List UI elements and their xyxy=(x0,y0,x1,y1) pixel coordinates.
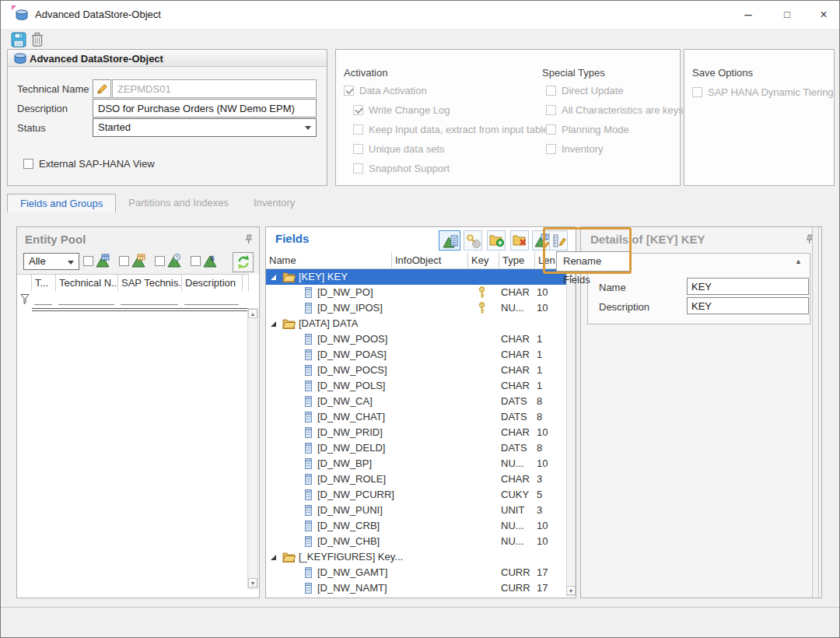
tab-fields-and-groups[interactable]: Fields and Groups xyxy=(7,194,116,212)
inventory-checkbox[interactable]: Inventory xyxy=(546,143,603,155)
key-figure-icon: $ xyxy=(203,254,219,269)
field-icon xyxy=(305,521,312,534)
field-row-d-nw-ca[interactable]: [D_NW_CA]DATS8 xyxy=(266,394,568,409)
scroll-down-icon[interactable]: ▼ xyxy=(248,578,257,587)
field-type: CHAR xyxy=(501,364,530,376)
fields-column-header: Key xyxy=(468,252,499,269)
field-row-d-nw-crb[interactable]: [D_NW_CRB]NU...10 xyxy=(266,518,568,534)
field-icon xyxy=(305,458,312,471)
rename-fields-button[interactable] xyxy=(549,230,568,251)
field-icon xyxy=(305,567,312,580)
group-row-key-key[interactable]: [KEY] KEY xyxy=(266,269,568,285)
assign-infoobjects-button[interactable] xyxy=(532,230,551,251)
advanced-datastore-object-window: Advanced DataStore-Object – □ × Advanced… xyxy=(0,0,840,638)
field-row-d-nw-gamt[interactable]: [D_NW_GAMT]CURR17 xyxy=(266,565,568,580)
title-bar: Advanced DataStore-Object – □ × xyxy=(1,1,839,29)
detail-description-input[interactable] xyxy=(687,297,809,314)
refresh-icon xyxy=(236,259,251,272)
entity-filter-cell[interactable] xyxy=(121,293,178,305)
entity-table-filter-row[interactable] xyxy=(17,291,249,308)
checkbox-label: Data Activation xyxy=(359,85,427,96)
field-row-d-nw-po[interactable]: [D_NW_PO]CHAR10 xyxy=(266,285,568,300)
field-row-d-nw-pocs[interactable]: [D_NW_POCS]CHAR1 xyxy=(266,363,568,378)
group-row-keyfigures-key[interactable]: [_KEYFIGURES] Key... xyxy=(266,549,568,565)
entity-pool-header: Entity Pool Alle $ xyxy=(17,227,259,274)
expander-icon[interactable] xyxy=(271,275,276,280)
field-row-d-nw-poos[interactable]: [D_NW_POOS]CHAR1 xyxy=(266,331,568,347)
field-row-d-nw-pcurr[interactable]: [D_NW_PCURR]CUKY5 xyxy=(266,487,568,503)
filter-characteristic-attribute-checkbox[interactable] xyxy=(119,256,129,266)
field-row-d-nw-prid[interactable]: [D_NW_PRID]CHAR10 xyxy=(266,425,568,440)
field-row-d-nw-deld[interactable]: [D_NW_DELD]DATS8 xyxy=(266,440,568,456)
scroll-down-icon[interactable]: ▼ xyxy=(566,586,576,595)
add-group-button[interactable] xyxy=(487,230,506,251)
field-row-d-nw-puni[interactable]: [D_NW_PUNI]UNIT3 xyxy=(266,503,568,518)
field-row-d-nw-namt[interactable]: [D_NW_NAMT]CURR17 xyxy=(266,580,568,596)
field-row-d-nw-ipos[interactable]: [D_NW_IPOS]NU...10 xyxy=(266,300,568,316)
entity-filter-cell[interactable] xyxy=(184,293,239,305)
status-dropdown[interactable]: Started xyxy=(93,118,317,137)
group-name: [KEY] KEY xyxy=(299,271,348,282)
entity-filter-dropdown[interactable]: Alle xyxy=(23,253,79,270)
field-row-d-nw-poas[interactable]: [D_NW_POAS]CHAR1 xyxy=(266,347,568,363)
filter-characteristic-checkbox[interactable] xyxy=(83,256,93,266)
entity-filter-cell[interactable] xyxy=(58,293,114,305)
switch-infoobject-view-button[interactable] xyxy=(439,230,460,251)
entity-column-header xyxy=(17,275,32,292)
direct-update-checkbox[interactable]: Direct Update xyxy=(546,85,623,96)
pin-icon[interactable] xyxy=(244,233,254,244)
planning-mode-checkbox[interactable]: Planning Mode xyxy=(546,124,629,135)
entity-column-header: Technical N... xyxy=(56,275,118,292)
snapshot-support-checkbox[interactable]: Snapshot Support xyxy=(353,163,450,174)
field-row-d-nw-role[interactable]: [D_NW_ROLE]CHAR3 xyxy=(266,471,568,487)
close-button[interactable]: × xyxy=(810,3,837,26)
filter-key-figure-checkbox[interactable] xyxy=(191,256,201,266)
entity-pool-title: Entity Pool xyxy=(25,233,86,246)
delete-group-button[interactable] xyxy=(510,230,529,251)
tab-inventory[interactable]: Inventory xyxy=(241,194,307,212)
field-row-d-nw-chat[interactable]: [D_NW_CHAT]DATS8 xyxy=(266,409,568,425)
group-row-data-data[interactable]: [DATA] DATA xyxy=(266,316,568,331)
field-row-d-nw-bp[interactable]: [D_NW_BP]NU...10 xyxy=(266,456,568,471)
field-name: [D_NW_PCURR] xyxy=(317,489,394,500)
technical-name-input[interactable] xyxy=(112,79,317,98)
expander-icon[interactable] xyxy=(271,321,276,327)
field-name: [D_NW_PRID] xyxy=(317,426,383,438)
write-change-log-checkbox[interactable]: Write Change Log xyxy=(353,104,450,116)
field-row-d-nw-chb[interactable]: [D_NW_CHB]NU...10 xyxy=(266,534,568,549)
edit-technical-name-button[interactable] xyxy=(93,79,111,98)
detail-name-input[interactable] xyxy=(687,278,809,295)
description-input[interactable] xyxy=(93,99,317,117)
expander-icon[interactable] xyxy=(271,555,276,560)
data-activation-checkbox[interactable]: Data Activation xyxy=(344,85,427,96)
fields-table-header: NameInfoObjectKeyTypeLen... xyxy=(266,252,568,269)
checkbox-label: Unique data sets xyxy=(369,143,445,155)
field-name: [D_NW_ROLE] xyxy=(317,473,386,485)
field-type: CUKY xyxy=(501,489,529,500)
filter-time-characteristic-checkbox[interactable] xyxy=(155,256,165,266)
refresh-button[interactable] xyxy=(233,252,254,272)
tab-partitions-and-indexes[interactable]: Partitions and Indexes xyxy=(116,194,241,212)
minimize-button[interactable]: – xyxy=(735,3,761,26)
field-row-d-nw-pols[interactable]: [D_NW_POLS]CHAR1 xyxy=(266,378,568,394)
scroll-up-icon[interactable]: ▲ xyxy=(248,309,257,318)
field-length: 10 xyxy=(537,426,548,438)
collapse-section-icon[interactable]: ▲ xyxy=(795,258,802,265)
checkbox-label: Direct Update xyxy=(562,85,623,96)
field-type: NU... xyxy=(501,457,524,469)
assign-infoobjects-icon xyxy=(534,238,550,251)
unique-data-sets-checkbox[interactable]: Unique data sets xyxy=(353,143,445,155)
maximize-button[interactable]: □ xyxy=(774,3,800,26)
fields-scrollbar[interactable]: ▲ ▼ xyxy=(566,269,576,596)
keep-input-data-extract-from-input-table-checkbox[interactable]: Keep Input data, extract from input tabl… xyxy=(353,124,548,135)
external-sap-hana-view-checkbox[interactable]: External SAP-HANA View xyxy=(23,158,155,170)
details-scroll-strip xyxy=(812,227,819,598)
delete-button[interactable] xyxy=(31,32,48,49)
save-button[interactable] xyxy=(11,32,28,49)
field-icon xyxy=(305,334,312,347)
sap-hana-dynamic-tiering-checkbox[interactable]: SAP HANA Dynamic Tiering xyxy=(692,86,834,98)
entity-filter-cell[interactable] xyxy=(34,293,52,305)
manage-keys-button[interactable] xyxy=(464,230,482,251)
all-characteristics-are-keys-checkbox[interactable]: All Characteristics are keys xyxy=(546,104,684,116)
entity-scrollbar[interactable]: ▲ ▼ xyxy=(247,308,258,589)
